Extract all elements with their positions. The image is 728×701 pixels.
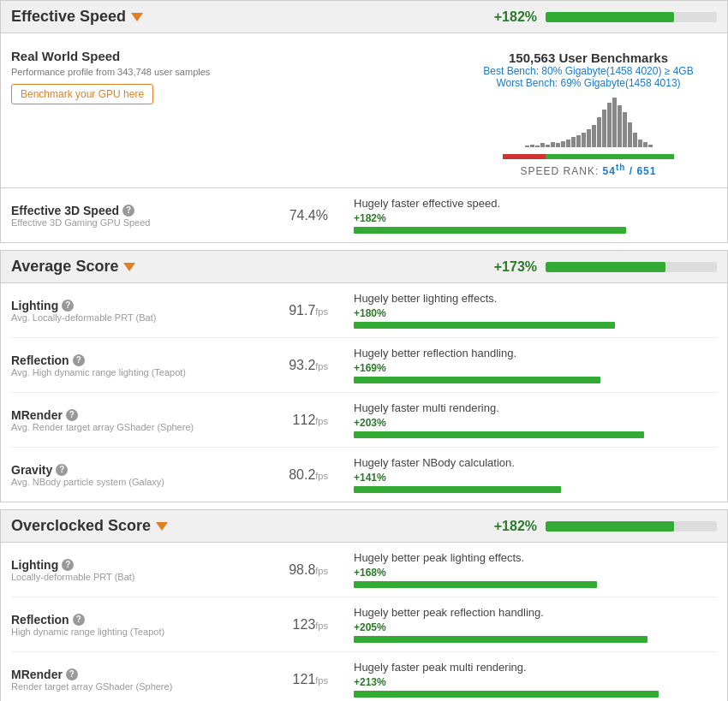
hist-bar [628, 122, 632, 147]
metric-info-icon-2[interactable]: ? [66, 409, 78, 421]
metric-desc-0: Hugely better peak lighting effects. [354, 551, 717, 564]
metric-right-0: Hugely better peak lighting effects. +16… [354, 551, 717, 588]
metric-desc-1: Hugely better reflection handling. [354, 347, 717, 359]
speed-bar-green [546, 154, 674, 159]
hist-bar [546, 145, 550, 147]
speed-rank-num: 54th [603, 165, 630, 177]
hist-bar [540, 143, 545, 147]
eff3d-right: Hugely faster effective speed. +182% [354, 197, 717, 234]
eff3d-name: Effective 3D Speed ? [11, 204, 251, 217]
metric-left-2: MRender ? Avg. Render target array GShad… [11, 408, 251, 432]
metric-name-2: MRender ? [11, 408, 251, 422]
hist-bar [633, 133, 637, 147]
eff3d-sub: Effective 3D Gaming GPU Speed [11, 217, 251, 228]
metric-value-2: 121fps [251, 672, 354, 687]
metric-info-icon-3[interactable]: ? [56, 464, 68, 476]
metric-bar-2 [354, 431, 644, 438]
eff3d-value: 74.4% [251, 208, 354, 223]
metric-value-3: 80.2fps [251, 467, 354, 483]
speed-rank-total: / 651 [630, 165, 657, 177]
metric-name-1: Reflection ? [11, 613, 251, 627]
metric-info-icon-0[interactable]: ? [62, 300, 74, 312]
average-score-title: Average Score [11, 258, 118, 276]
metric-name-1: Reflection ? [11, 353, 251, 367]
metric-left-0: Lighting ? Locally-deformable PRT (Bat) [11, 558, 251, 582]
metric-left-0: Lighting ? Avg. Locally-deformable PRT (… [11, 299, 251, 323]
metric-sub-0: Avg. Locally-deformable PRT (Bat) [11, 312, 251, 323]
metric-sub-0: Locally-deformable PRT (Bat) [11, 572, 251, 582]
benchmark-count: 150,563 User Benchmarks [460, 50, 717, 65]
effective-speed-pct: +182% [494, 9, 537, 25]
average-score-bar-container [546, 262, 717, 272]
metric-value-1: 123fps [251, 617, 354, 633]
speed-rank: SPEED RANK: 54th / 651 [460, 163, 717, 177]
metric-bar-1 [354, 377, 600, 383]
metric-row: Reflection ? Avg. High dynamic range lig… [11, 338, 717, 393]
metric-name-0: Lighting ? [11, 558, 251, 572]
average-score-triangle[interactable] [123, 263, 135, 271]
metric-value-0: 98.8fps [251, 562, 354, 578]
metric-desc-2: Hugely faster peak multi rendering. [354, 661, 717, 674]
hist-bar [561, 141, 565, 147]
metric-info-icon-0[interactable]: ? [62, 559, 74, 571]
hist-bar [556, 143, 560, 147]
hist-bar [566, 140, 570, 147]
speed-rank-label: SPEED RANK: [521, 165, 600, 177]
metric-desc-1: Hugely better peak reflection handling. [354, 606, 717, 619]
metric-row: Lighting ? Avg. Locally-deformable PRT (… [11, 283, 717, 338]
effective-speed-triangle[interactable] [131, 13, 143, 21]
effective-speed-title: Effective Speed [11, 8, 126, 26]
real-world-title: Real World Speed [11, 49, 443, 63]
metric-bar-2 [354, 691, 659, 698]
metric-desc-0: Hugely better lighting effects. [354, 292, 717, 305]
hist-bar [525, 146, 529, 147]
metric-row: Reflection ? High dynamic range lighting… [11, 597, 717, 652]
eff3d-desc: Hugely faster effective speed. [354, 197, 717, 210]
metric-name-2: MRender ? [11, 668, 251, 681]
average-score-bar [546, 262, 665, 272]
metric-pct-2: +213% [354, 676, 717, 688]
metric-info-icon-1[interactable]: ? [73, 614, 85, 626]
eff3d-left: Effective 3D Speed ? Effective 3D Gaming… [11, 204, 251, 228]
metric-pct-2: +203% [354, 417, 717, 429]
metric-right-1: Hugely better peak reflection handling. … [354, 606, 717, 643]
effective-speed-header: Effective Speed +182% [0, 0, 728, 33]
metric-left-1: Reflection ? High dynamic range lighting… [11, 613, 251, 637]
top-right-info: 150,563 User Benchmarks Best Bench: 80% … [460, 42, 717, 177]
eff3d-pct: +182% [354, 212, 717, 224]
histogram [503, 96, 674, 147]
overclocked-score-bar [546, 521, 674, 532]
average-score-pct: +173% [494, 259, 537, 275]
metric-bar-3 [354, 486, 561, 493]
benchmark-button[interactable]: Benchmark your GPU here [11, 84, 153, 104]
hist-bar [530, 145, 534, 147]
effective-speed-bar [546, 12, 674, 22]
metric-pct-0: +180% [354, 307, 717, 319]
metric-info-icon-2[interactable]: ? [66, 668, 78, 680]
metric-pct-1: +169% [354, 362, 717, 374]
metric-row: Lighting ? Locally-deformable PRT (Bat) … [11, 543, 717, 597]
metric-name-3: Gravity ? [11, 463, 251, 477]
metric-row: Gravity ? Avg. NBody particle system (Ga… [11, 448, 717, 502]
overclocked-score-pct: +182% [494, 519, 537, 534]
metric-value-0: 91.7fps [251, 303, 354, 318]
bench-best: Best Bench: 80% Gigabyte(1458 4020) ≥ 4G… [460, 65, 717, 77]
metric-pct-1: +205% [354, 621, 717, 633]
metric-name-0: Lighting ? [11, 299, 251, 312]
hist-bar [571, 137, 576, 147]
overclocked-score-triangle[interactable] [156, 522, 168, 531]
metric-info-icon-1[interactable]: ? [73, 354, 85, 366]
metric-sub-1: High dynamic range lighting (Teapot) [11, 627, 251, 637]
metric-desc-3: Hugely faster NBody calculation. [354, 456, 717, 469]
eff3d-info-icon[interactable]: ? [122, 205, 134, 217]
overclocked-score-header: Overclocked Score +182% [0, 509, 728, 543]
top-section: Real World Speed Performance profile fro… [0, 33, 728, 188]
speed-bar-row [503, 154, 674, 159]
bench-worst: Worst Bench: 69% Gigabyte(1458 4013) [460, 77, 717, 89]
metric-sub-2: Render target array GShader (Sphere) [11, 681, 251, 692]
eff3d-bar [354, 227, 626, 234]
overclocked-score-title: Overclocked Score [11, 517, 151, 535]
eff3d-section: Effective 3D Speed ? Effective 3D Gaming… [0, 188, 728, 243]
metric-row: MRender ? Avg. Render target array GShad… [11, 393, 717, 448]
metric-value-2: 112fps [251, 413, 354, 428]
